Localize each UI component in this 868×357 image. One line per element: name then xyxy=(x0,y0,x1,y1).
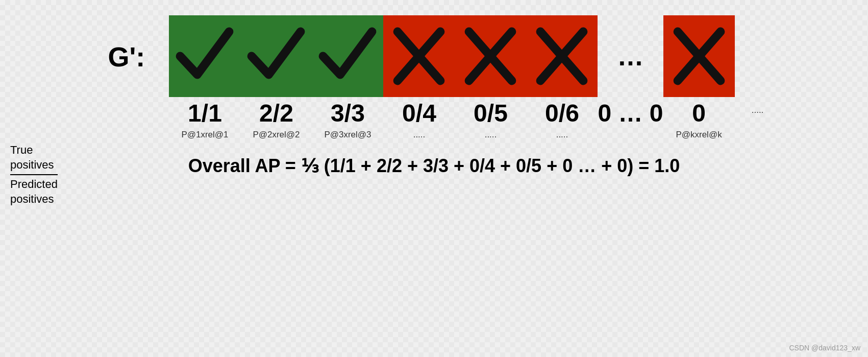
col-3: 3/3 P@3xrel@3 xyxy=(312,15,383,140)
fraction-k: 0 xyxy=(666,101,732,126)
fraction-6: 0/6 xyxy=(529,101,595,126)
green-box-3 xyxy=(312,15,383,97)
red-box-6 xyxy=(526,15,598,97)
red-box-4 xyxy=(383,15,455,97)
predicted-positives-label: Predicted positives xyxy=(10,177,58,206)
fraction-1: 1/1 xyxy=(171,101,238,126)
fraction-3: 3/3 xyxy=(314,101,381,126)
fraction-2: 2/2 xyxy=(243,101,309,126)
g-prime-label-col: G': xyxy=(108,15,169,73)
fraction-divider xyxy=(10,174,58,175)
col-1: 1/1 P@1xrel@1 xyxy=(169,15,240,140)
fraction-dots: 0 … 0 xyxy=(598,101,663,126)
g-prime-label: G': xyxy=(108,41,145,73)
green-box-1 xyxy=(169,15,240,97)
annotation-5: ..... xyxy=(485,130,497,140)
col-k: 0 P@kxrel@k xyxy=(663,15,735,140)
annotation-2: P@2xrel@2 xyxy=(253,130,300,140)
col-5: 0/5 ..... xyxy=(455,15,526,140)
annotation-1: P@1xrel@1 xyxy=(181,130,228,140)
green-box-2 xyxy=(240,15,312,97)
col-2: 2/2 P@2xrel@2 xyxy=(240,15,312,140)
red-box-k xyxy=(663,15,735,97)
checkmark-icon-2 xyxy=(245,20,307,92)
cross-icon-5 xyxy=(460,20,521,92)
last-annotation: ..... xyxy=(752,105,764,115)
watermark: CSDN @david123_xw xyxy=(789,344,861,352)
fraction-5: 0/5 xyxy=(457,101,524,126)
main-container: G': 1/1 P@1xrel@1 2/2 P@2xrel@2 xyxy=(0,0,868,357)
label-section: True positives Predicted positives xyxy=(10,143,58,206)
annotation-4: ..... xyxy=(413,130,426,140)
checkmark-icon-1 xyxy=(174,20,235,92)
ellipsis-col: … 0 … 0 xyxy=(598,15,663,130)
annotation-6: ..... xyxy=(556,130,568,140)
ellipsis-middle: … xyxy=(617,41,644,72)
true-positives-label: True positives xyxy=(10,143,58,172)
red-box-5 xyxy=(455,15,526,97)
cross-icon-k xyxy=(668,20,730,92)
checkmark-icon-3 xyxy=(317,20,378,92)
col-4: 0/4 ..... xyxy=(383,15,455,140)
col-6: 0/6 ..... xyxy=(526,15,598,140)
cross-icon-4 xyxy=(388,20,450,92)
cross-icon-6 xyxy=(531,20,592,92)
annotation-3: P@3xrel@3 xyxy=(324,130,371,140)
overall-ap: Overall AP = ⅓ (1/1 + 2/2 + 3/3 + 0/4 + … xyxy=(188,155,680,177)
fraction-4: 0/4 xyxy=(386,101,452,126)
last-dots-col: ..... xyxy=(735,15,781,115)
annotation-k: P@kxrel@k xyxy=(676,130,722,140)
